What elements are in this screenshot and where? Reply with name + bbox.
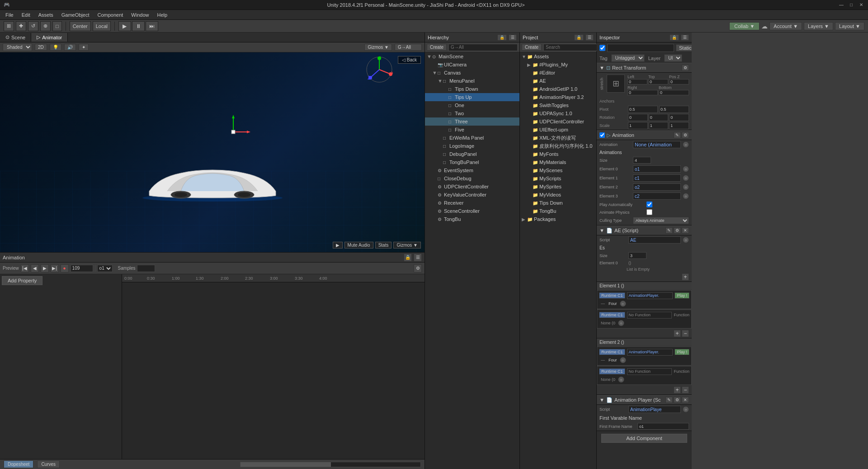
anim-player-close[interactable]: ✕	[682, 397, 689, 403]
hierarchy-item-16[interactable]: ⚙UDPClientController	[425, 183, 519, 191]
project-item-4[interactable]: 📁AndroidGetIP 1.0	[520, 85, 596, 93]
script-val[interactable]: AE	[628, 236, 681, 244]
project-item-5[interactable]: 📁AnimationPlayer 3.2	[520, 93, 596, 101]
pivot-y[interactable]: 0.5	[659, 106, 689, 113]
es-size-val[interactable]: 3	[628, 252, 646, 259]
tab-scene[interactable]: ⊙ Scene	[0, 33, 31, 42]
project-item-10[interactable]: 📁XML-文件的读写	[520, 134, 596, 142]
anim-settings-btn[interactable]: ⚙	[414, 264, 422, 272]
elem0-val[interactable]: o1	[633, 165, 681, 173]
maximize-btn[interactable]: □	[848, 2, 854, 8]
object-active-check[interactable]	[599, 45, 605, 51]
elem1-add-btn[interactable]: +	[674, 330, 681, 337]
hierarchy-item-20[interactable]: ⚙TongBu	[425, 215, 519, 223]
anim-record[interactable]: ●	[61, 264, 69, 272]
tab-animator[interactable]: ▷ Animator	[31, 33, 68, 42]
anim-player-settings[interactable]: ⚙	[674, 397, 681, 403]
shaded-dropdown[interactable]: Shaded	[3, 43, 32, 51]
effects-btn[interactable]: ✦	[79, 44, 89, 51]
scale-x[interactable]: 1	[628, 122, 648, 129]
menu-assets[interactable]: Assets	[35, 11, 57, 19]
tool-rect[interactable]: □	[52, 21, 62, 31]
posz-field[interactable]: 0	[669, 79, 689, 84]
anim-play-next[interactable]: ▶|	[51, 264, 59, 272]
elem2-play-btn[interactable]: Play !	[675, 349, 689, 355]
project-item-16[interactable]: 📁MySprites	[520, 183, 596, 191]
object-name-field[interactable]: Three	[607, 44, 674, 52]
anim-player-pick[interactable]: ○	[683, 406, 689, 413]
center-btn[interactable]: Center	[70, 21, 91, 31]
anchor-widget[interactable]: ⊞	[607, 75, 625, 93]
elem1-four-btn[interactable]: ○	[620, 300, 626, 307]
anim-player-script-val[interactable]: AnimationPlaye	[628, 406, 681, 413]
curves-btn[interactable]: Curves	[37, 460, 60, 468]
project-item-13[interactable]: 📁MyMaterials	[520, 158, 596, 166]
tool-scale[interactable]: ⊕	[40, 21, 51, 31]
add-component-btn[interactable]: Add Component	[601, 434, 687, 443]
right-field[interactable]: 0	[627, 90, 658, 95]
elem1-none-btn[interactable]: ○	[618, 320, 624, 326]
hierarchy-item-6[interactable]: □One	[425, 101, 519, 109]
anim-play[interactable]: ▶	[41, 264, 49, 272]
anim-player-header[interactable]: ▼ 📄 Animation Player (Sc ✎ ⚙ ✕	[597, 395, 692, 405]
elem3-pick[interactable]: ○	[683, 193, 689, 199]
mute-audio-btn[interactable]: Mute Audio	[344, 242, 373, 249]
elem2-four-btn[interactable]: ○	[620, 357, 626, 363]
hierarchy-item-2[interactable]: ▼□Canvas	[425, 69, 519, 77]
elem2-obj-ref[interactable]: AnimationPlayer.	[627, 349, 673, 356]
project-item-15[interactable]: 📁MyScripts	[520, 174, 596, 183]
elem2-add-btn[interactable]: +	[674, 386, 681, 394]
hierarchy-item-13[interactable]: □TongBuPanel	[425, 158, 519, 166]
tool-move[interactable]: ⊞	[4, 21, 14, 31]
menu-file[interactable]: File	[2, 11, 17, 19]
project-item-17[interactable]: 📁MyVideos	[520, 191, 596, 199]
anim-pick-btn[interactable]: ○	[683, 141, 689, 148]
2d-btn[interactable]: 2D	[35, 44, 47, 51]
tool-add[interactable]: ✚	[16, 21, 26, 31]
account-btn[interactable]: Account ▼	[769, 22, 802, 30]
lights-btn[interactable]: 💡	[50, 44, 61, 51]
project-item-0[interactable]: ▼📁Assets	[520, 52, 596, 61]
audio-btn[interactable]: 🔊	[64, 44, 76, 51]
hierarchy-item-5[interactable]: □Tips Up	[425, 93, 519, 101]
rt-settings-btn[interactable]: ⚙	[682, 65, 689, 71]
project-item-19[interactable]: 📁TongBu	[520, 207, 596, 215]
hierarchy-item-10[interactable]: □ErWeiMa Panel	[425, 134, 519, 142]
elem1-no-func[interactable]: No Function	[627, 312, 672, 319]
hierarchy-item-8[interactable]: □Three	[425, 117, 519, 126]
elem2-none-btn[interactable]: ○	[618, 376, 624, 383]
hierarchy-item-17[interactable]: ⚙KeyValueController	[425, 191, 519, 199]
timeline-scrollbar[interactable]	[240, 462, 421, 467]
elem2-remove-btn[interactable]: −	[682, 386, 689, 394]
rect-transform-header[interactable]: ▼ ⊡ Rect Transform ⚙	[597, 63, 692, 73]
elem1-val[interactable]: c1	[633, 174, 681, 182]
tool-rotate[interactable]: ↺	[28, 21, 38, 31]
elem1-pick[interactable]: ○	[683, 175, 689, 181]
project-item-18[interactable]: 📁Tips Down	[520, 199, 596, 207]
menu-edit[interactable]: Edit	[18, 11, 34, 19]
project-item-11[interactable]: 📁皮肤利化均匀序列化 1.0	[520, 142, 596, 150]
static-btn[interactable]: Static ▼	[676, 44, 692, 52]
anim-prev-key[interactable]: |◀	[21, 264, 29, 272]
rot-x[interactable]: 0	[628, 114, 648, 121]
hierarchy-item-14[interactable]: ⚙EventSystem	[425, 166, 519, 174]
create-btn[interactable]: Create	[427, 44, 447, 51]
project-search-input[interactable]	[543, 44, 605, 51]
animation-val[interactable]: None (Animation	[633, 141, 681, 148]
project-lock-btn[interactable]: 🔒	[574, 34, 584, 41]
project-item-6[interactable]: 📁SwithToggles	[520, 101, 596, 109]
hierarchy-lock-btn[interactable]: 🔒	[497, 34, 507, 41]
project-item-12[interactable]: 📁MyFonts	[520, 150, 596, 158]
local-btn[interactable]: Local	[93, 21, 111, 31]
elem3-val[interactable]: c2	[633, 192, 681, 200]
scrollbar-thumb[interactable]	[241, 462, 331, 467]
anim-lock-btn[interactable]: 🔒	[404, 253, 412, 262]
all-input[interactable]	[395, 44, 422, 51]
elem1-runtime2[interactable]: Runtime C1	[599, 312, 625, 318]
project-item-7[interactable]: 📁UDPASync 1.0	[520, 109, 596, 117]
ae-settings-btn[interactable]: ⚙	[674, 227, 681, 234]
add-property-btn[interactable]: Add Property	[2, 276, 42, 285]
elem2-val[interactable]: o2	[633, 183, 681, 191]
elem1-remove-btn[interactable]: −	[682, 330, 689, 337]
anim-player-edit[interactable]: ✎	[665, 397, 673, 403]
